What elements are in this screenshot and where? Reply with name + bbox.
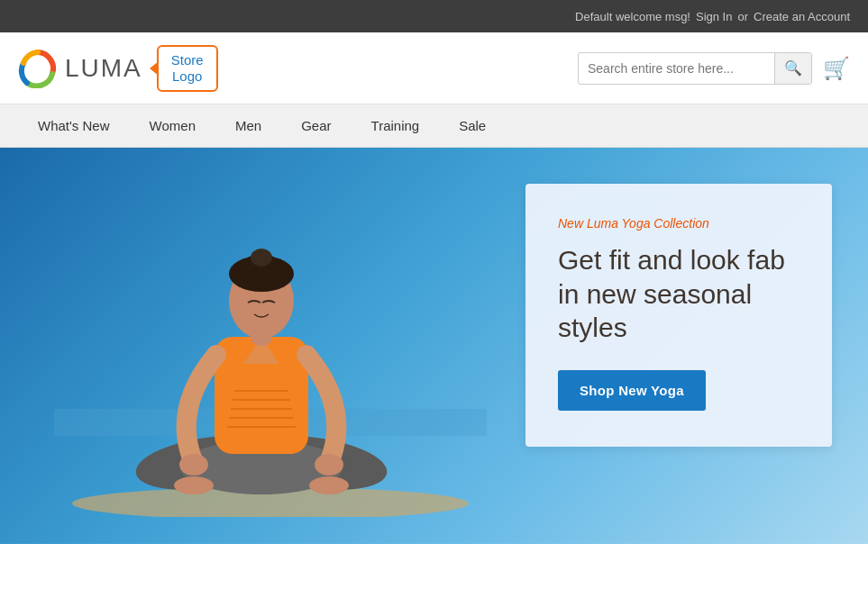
main-nav: What's New Women Men Gear Training Sale [0, 104, 868, 148]
top-bar: Default welcome msg! Sign In or Create a… [0, 0, 868, 32]
search-box: 🔍 [578, 52, 812, 85]
cart-icon: 🛒 [823, 56, 850, 80]
nav-link-gear[interactable]: Gear [281, 105, 351, 146]
nav-link-women[interactable]: Women [130, 105, 215, 146]
search-input[interactable] [579, 56, 774, 81]
search-cart-area: 🔍 🛒 [578, 52, 850, 85]
svg-point-21 [309, 476, 349, 494]
nav-item-whats-new: What's New [18, 105, 130, 146]
nav-link-training[interactable]: Training [352, 105, 440, 146]
svg-point-19 [251, 249, 272, 267]
shop-new-yoga-button[interactable]: Shop New Yoga [558, 370, 706, 411]
hero-banner: New Luma Yoga Collection Get fit and loo… [0, 148, 868, 544]
promo-title: Get fit and look fab in new seasonal sty… [558, 243, 799, 345]
search-button[interactable]: 🔍 [774, 52, 811, 85]
svg-point-14 [315, 454, 343, 476]
store-logo-line2: Logo [172, 68, 202, 84]
header: LUMA Store Logo 🔍 🛒 [0, 32, 868, 104]
nav-link-men[interactable]: Men [215, 105, 281, 146]
signin-link[interactable]: Sign In [696, 10, 732, 23]
or-separator: or [737, 10, 748, 23]
nav-link-sale[interactable]: Sale [439, 105, 506, 146]
luma-logo-icon [18, 49, 58, 88]
nav-link-whats-new[interactable]: What's New [18, 105, 130, 146]
search-icon: 🔍 [784, 60, 802, 76]
cart-button[interactable]: 🛒 [823, 56, 850, 81]
svg-point-20 [174, 476, 214, 494]
store-logo-badge: Store Logo [157, 45, 218, 92]
promo-subtitle: New Luma Yoga Collection [558, 216, 799, 231]
nav-item-gear: Gear [281, 105, 351, 146]
nav-item-sale: Sale [439, 105, 506, 146]
logo-area: LUMA Store Logo [18, 45, 218, 92]
svg-point-13 [179, 454, 208, 476]
logo-text: LUMA [65, 54, 142, 83]
yoga-figure [54, 157, 487, 517]
welcome-message: Default welcome msg! [575, 10, 690, 23]
create-account-link[interactable]: Create an Account [754, 10, 850, 23]
nav-item-men: Men [215, 105, 281, 146]
store-logo-line1: Store [171, 52, 204, 68]
promo-card: New Luma Yoga Collection Get fit and loo… [525, 184, 832, 447]
nav-list: What's New Women Men Gear Training Sale [18, 105, 506, 146]
nav-item-women: Women [130, 105, 215, 146]
nav-item-training: Training [352, 105, 440, 146]
